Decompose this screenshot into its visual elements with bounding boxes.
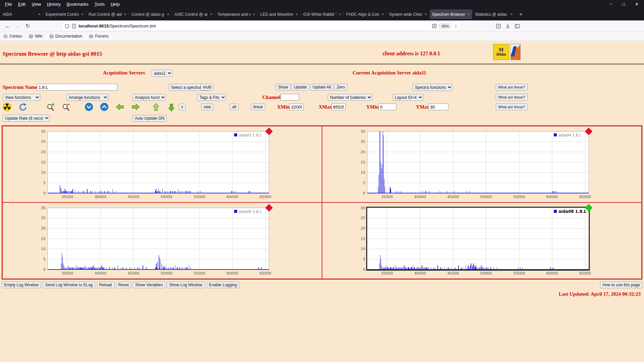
tab-close-icon[interactable]: × xyxy=(467,12,470,17)
menu-bookmarks[interactable]: Bookmarks xyxy=(64,1,92,7)
update-rate-dropdown[interactable]: Update Rate (8 secs) xyxy=(3,115,50,122)
ymin-input[interactable] xyxy=(378,104,396,110)
url-bar[interactable]: localhost:8015/Spectrum/Spectrum.tml 90%… xyxy=(62,22,461,31)
tab-close-icon[interactable]: × xyxy=(210,12,212,17)
reload-icon[interactable]: ↻ xyxy=(23,23,33,29)
menu-history[interactable]: History xyxy=(44,1,63,7)
what-are-these-button-1[interactable]: What are these? xyxy=(496,84,528,90)
menu-help[interactable]: Help xyxy=(108,1,123,7)
how-to-use-button[interactable]: How to use this page xyxy=(600,282,642,288)
tab-run-control-aid[interactable]: Run Control @ aid× xyxy=(86,9,129,19)
pocket-icon[interactable] xyxy=(496,23,501,29)
menu-tools[interactable]: Tools xyxy=(92,1,108,7)
minimize-icon[interactable]: − xyxy=(610,2,612,7)
maximize-icon[interactable]: □ xyxy=(622,2,625,7)
tab-close-icon[interactable]: × xyxy=(38,12,41,17)
zero-button[interactable]: Zero xyxy=(334,84,347,90)
tab-close-icon[interactable]: × xyxy=(381,12,384,17)
zoom-in-icon[interactable] xyxy=(46,103,55,111)
page-info-icon[interactable] xyxy=(72,24,76,28)
show-variables-button[interactable]: Show Variables xyxy=(133,282,165,288)
arrow-up-icon[interactable] xyxy=(152,103,160,111)
back-icon[interactable]: ← xyxy=(3,23,13,29)
tab-spectrum-browser[interactable]: Spectrum Browser× xyxy=(430,9,472,19)
radiation-icon[interactable] xyxy=(3,103,11,111)
update-button[interactable]: Update xyxy=(291,84,309,90)
ymax-input[interactable] xyxy=(428,104,448,110)
auto-update-button[interactable]: Auto Update ON xyxy=(132,115,167,122)
bookmark-documentation[interactable]: Documentation xyxy=(49,34,83,39)
menu-edit[interactable]: Edit xyxy=(15,1,29,7)
downloads-icon[interactable] xyxy=(505,23,511,29)
tab-close-icon[interactable]: × xyxy=(424,12,427,17)
spectrum-name-input[interactable] xyxy=(37,84,117,90)
xmax-input[interactable] xyxy=(331,104,345,110)
xmin-input[interactable] xyxy=(289,104,304,110)
y-compress-icon[interactable] xyxy=(85,103,93,111)
layout-dropdown[interactable]: Layout ID=4 xyxy=(392,94,423,101)
acquisition-server-select[interactable]: aida11 xyxy=(152,70,172,77)
tags-fits-dropdown[interactable]: Tags & Fits xyxy=(197,94,226,101)
sidebar-icon[interactable] xyxy=(515,23,520,29)
tab-temperature-and-s[interactable]: Temperature and s× xyxy=(215,9,258,19)
update-all-button[interactable]: Update All xyxy=(310,84,333,90)
enable-logging-button[interactable]: Enable Logging xyxy=(207,282,239,288)
tab-fadc-align-cont[interactable]: FADC Align & Cont× xyxy=(344,9,386,19)
arrange-functions-dropdown[interactable]: Arrange functions xyxy=(66,94,108,101)
bookmark-star-icon[interactable]: ☆ xyxy=(453,23,458,29)
shield-icon[interactable] xyxy=(65,24,69,28)
spectrum-plot[interactable]: 3500040000450005000055000600006500005101… xyxy=(352,127,593,202)
tab-close-icon[interactable]: × xyxy=(510,12,513,17)
spectrum-plot[interactable]: 3500040000450005000055000600006500005101… xyxy=(352,204,593,278)
tab-close-icon[interactable]: × xyxy=(253,12,255,17)
tab-close-icon[interactable]: × xyxy=(167,12,169,17)
reader-mode-icon[interactable] xyxy=(432,24,437,28)
channel-input[interactable] xyxy=(280,94,299,101)
tab-close-icon[interactable]: × xyxy=(81,12,84,17)
spectra-functions-dropdown[interactable]: Spectra functions xyxy=(413,84,452,91)
tab-asic-control-ai[interactable]: ASIC Control @ ai× xyxy=(172,9,215,19)
zoom-level-badge[interactable]: 90% xyxy=(439,23,451,29)
menu-file[interactable]: File xyxy=(2,1,15,7)
spectrum-panel-aida08[interactable]: 3500040000450005000055000600006500005101… xyxy=(322,202,642,279)
show-log-window-button[interactable]: Show Log Window xyxy=(167,282,205,288)
forward-icon[interactable]: → xyxy=(13,23,23,29)
tab-close-icon[interactable]: × xyxy=(124,12,126,17)
tab-aida[interactable]: AIDA× xyxy=(0,9,43,19)
x-axis-button[interactable]: x xyxy=(179,104,185,110)
send-log-window-to-elog-button[interactable]: Send Log Window to ELog xyxy=(43,282,95,288)
spectrum-plot[interactable]: 3500040000450005000055000600006500005101… xyxy=(32,204,274,278)
show-button[interactable]: Show xyxy=(276,84,290,90)
multi-button[interactable]: multi xyxy=(201,84,214,90)
all-button[interactable]: all xyxy=(230,104,238,110)
analysis-functions-dropdown[interactable]: Analysis functions xyxy=(132,94,166,101)
close-icon[interactable]: ✕ xyxy=(635,2,639,7)
tab-close-icon[interactable]: × xyxy=(296,12,298,17)
tab-experiment-contro[interactable]: Experiment Contro× xyxy=(43,9,86,19)
new-button[interactable]: new xyxy=(201,104,213,110)
new-tab-button[interactable]: + xyxy=(515,11,527,18)
spectrum-panel-aida06[interactable]: 3500040000450005000055000600006500005101… xyxy=(2,202,322,279)
y-expand-icon[interactable] xyxy=(100,103,109,111)
reload-button[interactable]: Reload xyxy=(97,282,114,288)
spectrum-plot[interactable]: 3500040000450005000055000600006500005101… xyxy=(32,127,274,202)
arrow-down-icon[interactable] xyxy=(167,103,176,111)
zoom-out-icon[interactable] xyxy=(62,103,70,111)
what-are-these-button-3[interactable]: What are these? xyxy=(496,104,528,110)
arrow-right-icon[interactable] xyxy=(131,103,140,111)
view-functions-dropdown[interactable]: View functions xyxy=(3,94,40,101)
linear-button[interactable]: linear xyxy=(251,104,265,110)
spectrum-panel-aida02[interactable]: 3500040000450005000055000600006500005101… xyxy=(2,126,322,202)
reset-button[interactable]: Reset xyxy=(116,282,131,288)
tab-gsi-white-rabbit-t[interactable]: GSI White Rabbit T× xyxy=(301,9,343,19)
bookmark-wiki[interactable]: Wiki xyxy=(29,34,43,39)
tab-led-and-waveform[interactable]: LED and Waveform× xyxy=(258,9,301,19)
tab-close-icon[interactable]: × xyxy=(338,12,341,17)
what-are-these-button-2[interactable]: What are these? xyxy=(496,94,528,101)
bookmark-centos[interactable]: Centos xyxy=(3,34,22,39)
spectrum-panel-aida04[interactable]: 3500040000450005000055000600006500005101… xyxy=(322,126,642,202)
arrow-left-icon[interactable] xyxy=(115,103,124,111)
empty-log-window-button[interactable]: Empty Log Window xyxy=(2,282,41,288)
bookmark-forums[interactable]: Forums xyxy=(89,34,109,39)
menu-view[interactable]: View xyxy=(29,1,44,7)
